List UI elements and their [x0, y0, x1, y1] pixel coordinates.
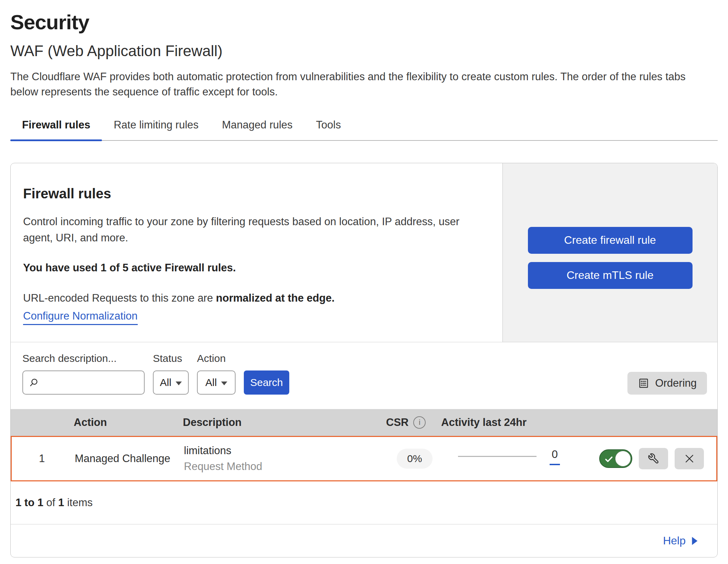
info-icon[interactable]: i	[413, 416, 426, 429]
help-link[interactable]: Help	[663, 534, 698, 547]
search-button[interactable]: Search	[244, 370, 289, 395]
rule-priority: 1	[12, 452, 72, 465]
chevron-down-icon	[176, 382, 182, 385]
status-field: Status All	[153, 353, 189, 395]
page-title: Security	[10, 10, 718, 34]
ordering-button[interactable]: Ordering	[627, 372, 707, 395]
rule-description-cell: limitations Request Method	[184, 445, 387, 473]
normalization-text: URL-encoded Requests to this zone are	[23, 292, 216, 304]
search-label: Search description...	[22, 353, 145, 364]
firewall-rules-card: Firewall rules Control incoming traffic …	[10, 163, 718, 557]
action-select[interactable]: All	[197, 370, 236, 395]
usage-line: You have used 1 of 5 active Firewall rul…	[23, 262, 489, 274]
page-subtitle: WAF (Web Application Firewall)	[10, 42, 718, 60]
help-row: Help	[11, 524, 717, 557]
rule-action: Managed Challenge	[72, 452, 184, 465]
action-select-value: All	[205, 377, 217, 388]
rule-enabled-toggle[interactable]	[599, 449, 632, 468]
tab-firewall-rules[interactable]: Firewall rules	[10, 113, 102, 140]
search-field: Search description...	[22, 353, 145, 395]
check-icon	[604, 454, 614, 464]
tab-bar: Firewall rules Rate limiting rules Manag…	[10, 113, 718, 141]
rule-description: limitations	[184, 445, 387, 457]
page-header: Security WAF (Web Application Firewall) …	[0, 10, 728, 141]
wrench-icon	[648, 453, 659, 464]
normalization-bold-text: normalized at the edge.	[216, 292, 335, 304]
edit-rule-button[interactable]	[639, 448, 668, 469]
create-rules-panel: Create firewall rule Create mTLS rule	[502, 163, 717, 342]
summary-range: 1 to 1	[15, 497, 43, 509]
status-label: Status	[153, 353, 189, 364]
toggle-knob	[615, 451, 631, 467]
column-action: Action	[71, 416, 183, 429]
action-label: Action	[197, 353, 236, 364]
table-row: 1 Managed Challenge limitations Request …	[11, 436, 717, 481]
card-heading: Firewall rules	[23, 186, 489, 201]
search-box[interactable]	[22, 370, 145, 395]
rule-csr-cell: 0%	[387, 449, 442, 469]
ordering-button-label: Ordering	[655, 377, 697, 389]
overview-text-block: Firewall rules Control incoming traffic …	[11, 163, 502, 342]
tab-managed-rules[interactable]: Managed rules	[210, 113, 304, 140]
delete-rule-button[interactable]	[675, 448, 704, 469]
column-description: Description	[183, 416, 386, 429]
firewall-rules-overview: Firewall rules Control incoming traffic …	[11, 163, 717, 342]
pagination-summary: 1 to 1 of 1 items	[11, 481, 717, 524]
search-icon	[29, 377, 39, 388]
configure-normalization-link[interactable]: Configure Normalization	[23, 310, 138, 325]
help-label: Help	[663, 534, 686, 547]
column-csr-label: CSR	[386, 416, 408, 429]
table-header: Action Description CSR i Activity last 2…	[11, 409, 717, 436]
tab-rate-limiting-rules[interactable]: Rate limiting rules	[102, 113, 210, 140]
close-icon	[684, 453, 695, 464]
create-firewall-rule-button[interactable]: Create firewall rule	[528, 227, 693, 254]
summary-total: 1	[58, 497, 64, 509]
action-field: Action All	[197, 353, 236, 395]
search-input[interactable]	[42, 377, 138, 388]
waf-security-page: Security WAF (Web Application Firewall) …	[0, 0, 728, 564]
tab-tools[interactable]: Tools	[304, 113, 353, 140]
normalization-line: URL-encoded Requests to this zone are no…	[23, 292, 489, 304]
filter-bar: Search description... Status All	[11, 342, 717, 409]
activity-sparkline	[458, 456, 537, 457]
filter-controls: Search description... Status All	[22, 353, 289, 395]
activity-count-link[interactable]: 0	[550, 448, 560, 465]
rule-match-field: Request Method	[184, 460, 387, 473]
list-icon	[638, 377, 649, 389]
page-description: The Cloudflare WAF provides both automat…	[10, 69, 716, 100]
status-select-value: All	[160, 377, 171, 388]
column-activity: Activity last 24hr	[441, 416, 582, 429]
column-csr: CSR i	[386, 416, 441, 429]
card-description: Control incoming traffic to your zone by…	[23, 214, 474, 246]
rule-activity-cell: 0	[442, 448, 583, 469]
arrow-right-icon	[691, 536, 698, 545]
rule-controls	[583, 448, 716, 469]
create-mtls-rule-button[interactable]: Create mTLS rule	[528, 262, 693, 289]
summary-items: items	[67, 497, 93, 509]
csr-badge: 0%	[397, 449, 432, 469]
status-select[interactable]: All	[153, 370, 189, 395]
summary-of: of	[46, 497, 55, 509]
chevron-down-icon	[221, 382, 227, 385]
